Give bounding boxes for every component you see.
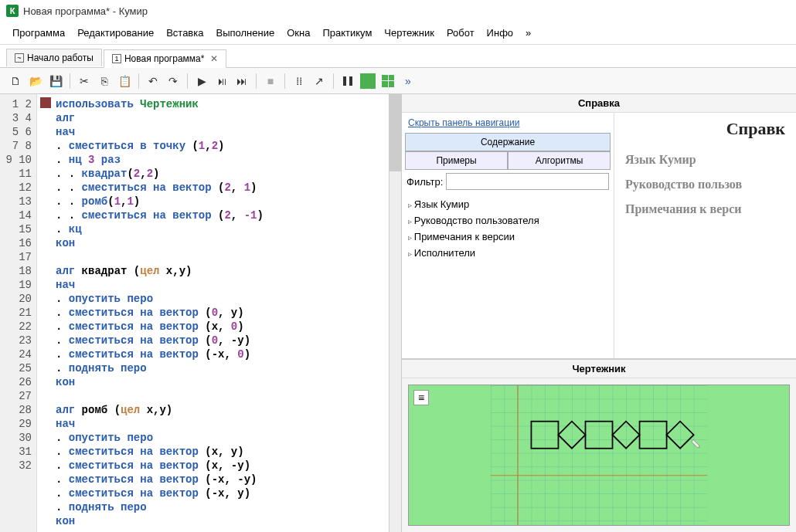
drawing-grid [409, 385, 789, 525]
grid-icon[interactable] [379, 72, 397, 90]
tab-program[interactable]: 1 Новая программа* ✕ [104, 49, 227, 68]
drawing-panel: Чертежник ≡ [402, 360, 796, 532]
tree-item[interactable]: Язык Кумир [408, 196, 607, 212]
code-area[interactable]: использовать Чертежник алг нач . сместит… [37, 94, 389, 532]
menubar: Программа Редактирование Вставка Выполне… [0, 22, 796, 45]
separator [333, 73, 334, 89]
menu-practicum[interactable]: Практикум [318, 25, 376, 40]
breakpoint-marker[interactable] [40, 97, 51, 108]
svg-rect-0 [343, 76, 346, 86]
tab-start-icon: ~ [15, 53, 24, 63]
nav-tab-examples[interactable]: Примеры [405, 151, 508, 170]
main-area: 1 2 3 4 5 6 7 8 9 10 11 12 13 14 15 16 1… [0, 94, 796, 532]
chevron-icon[interactable]: » [399, 72, 417, 90]
scrollbar-thumb[interactable] [389, 94, 401, 171]
menu-edit[interactable]: Редактирование [73, 25, 158, 40]
step-icon[interactable]: ⏯ [213, 72, 231, 90]
code-text[interactable]: использовать Чертежник алг нач . сместит… [37, 94, 389, 531]
app-icon: К [6, 5, 19, 17]
cut-icon[interactable]: ✂ [75, 72, 94, 90]
line-gutter: 1 2 3 4 5 6 7 8 9 10 11 12 13 14 15 16 1… [0, 94, 37, 532]
arrow-icon[interactable]: ↗ [310, 72, 328, 90]
filter-row: Фильтр: [402, 170, 614, 193]
help-content-title: Справк [625, 119, 785, 139]
separator [187, 73, 188, 89]
tree-item[interactable]: Примечания к версии [408, 229, 607, 245]
help-panel: Скрыть панель навигации Содержание Приме… [402, 113, 796, 360]
help-nav: Скрыть панель навигации Содержание Приме… [402, 113, 614, 358]
help-content: Справк Язык Кумир Руководство пользов Пр… [614, 113, 796, 358]
tab-program-label: Новая программа* [124, 53, 205, 64]
help-link[interactable]: Руководство пользов [625, 178, 785, 191]
new-file-icon[interactable]: 🗋 [6, 72, 25, 90]
drawing-title: Чертежник [402, 360, 796, 378]
nav-tabs: Содержание Примеры Алгоритмы [402, 133, 614, 170]
menu-program[interactable]: Программа [8, 25, 70, 40]
editor-pane: 1 2 3 4 5 6 7 8 9 10 11 12 13 14 15 16 1… [0, 94, 402, 532]
tab-start-label: Начало работы [27, 53, 94, 63]
tree-item[interactable]: Руководство пользователя [408, 212, 607, 229]
drawing-canvas[interactable]: ≡ [408, 385, 790, 526]
menu-insert[interactable]: Вставка [162, 25, 208, 40]
menu-drawer[interactable]: Чертежник [379, 25, 439, 40]
titlebar: К Новая программа* - Кумир [0, 0, 796, 22]
separator [138, 73, 139, 89]
svg-rect-3 [491, 385, 707, 525]
help-link[interactable]: Язык Кумир [625, 153, 785, 167]
tab-start[interactable]: ~ Начало работы [6, 49, 102, 66]
step-over-icon[interactable]: ⏭ [233, 72, 251, 90]
nav-tab-algorithms[interactable]: Алгоритмы [508, 151, 611, 170]
tab-close-icon[interactable]: ✕ [210, 53, 218, 64]
separator [256, 73, 257, 89]
tab-program-icon: 1 [112, 54, 121, 63]
filter-label: Фильтр: [407, 176, 443, 188]
menu-more[interactable]: » [521, 25, 536, 40]
copy-icon[interactable]: ⎘ [95, 72, 114, 90]
green-square-icon[interactable] [359, 72, 377, 90]
document-tabs: ~ Начало работы 1 Новая программа* ✕ [0, 45, 796, 68]
help-link[interactable]: Примечания к верси [625, 202, 785, 216]
help-tree: Язык Кумир Руководство пользователя Прим… [402, 193, 614, 264]
dots-icon[interactable]: ⁞⁞ [290, 72, 308, 90]
toolbar: 🗋 📂 💾 ✂ ⎘ 📋 ↶ ↷ ▶ ⏯ ⏭ ■ ⁞⁞ ↗ » [0, 68, 796, 94]
hide-nav-link[interactable]: Скрыть панель навигации [402, 113, 614, 133]
vertical-scrollbar[interactable] [389, 94, 401, 532]
menu-robot[interactable]: Робот [442, 25, 479, 40]
nav-tab-contents[interactable]: Содержание [405, 133, 611, 151]
bars-icon[interactable] [338, 72, 357, 90]
menu-run[interactable]: Выполнение [211, 25, 279, 40]
redo-icon[interactable]: ↷ [164, 72, 182, 90]
save-file-icon[interactable]: 💾 [46, 72, 65, 90]
menu-windows[interactable]: Окна [282, 25, 315, 40]
stop-icon[interactable]: ■ [261, 72, 280, 90]
separator [70, 73, 70, 89]
tree-item[interactable]: Исполнители [408, 245, 607, 261]
window-title: Новая программа* - Кумир [23, 5, 148, 17]
filter-input[interactable] [446, 173, 609, 190]
open-file-icon[interactable]: 📂 [26, 72, 45, 90]
paste-icon[interactable]: 📋 [115, 72, 134, 90]
right-pane: Справка Скрыть панель навигации Содержан… [402, 94, 796, 532]
help-panel-title: Справка [402, 94, 796, 113]
separator [284, 73, 285, 89]
menu-info[interactable]: Инфо [482, 25, 518, 40]
run-icon[interactable]: ▶ [192, 72, 211, 90]
svg-rect-1 [349, 76, 352, 86]
undo-icon[interactable]: ↶ [144, 72, 162, 90]
